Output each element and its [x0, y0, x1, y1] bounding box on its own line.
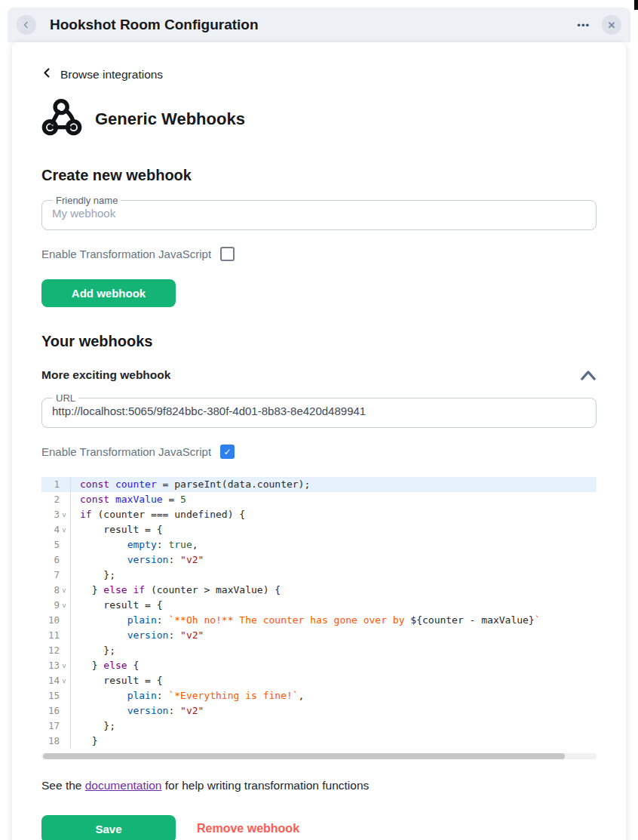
code-text: version: "v2" [71, 552, 204, 568]
fold-arrow-icon[interactable]: v [60, 583, 69, 598]
line-gutter[interactable]: 14v [41, 673, 71, 688]
code-text: } else { [71, 658, 139, 673]
editor-horizontal-scrollbar[interactable] [41, 753, 597, 759]
line-gutter[interactable]: 12 [41, 643, 71, 658]
help-prefix: See the [41, 779, 85, 792]
line-number: 8 [41, 583, 60, 598]
fold-arrow-icon[interactable]: v [60, 658, 69, 673]
code-line[interactable]: 11 version: "v2" [41, 628, 597, 643]
fold-arrow-icon[interactable]: v [60, 598, 69, 613]
code-text: result = { [71, 522, 163, 537]
line-number: 18 [41, 734, 60, 749]
line-gutter[interactable]: 8v [41, 583, 71, 598]
code-line[interactable]: 18 } [41, 734, 597, 749]
webhook-icon [41, 97, 82, 141]
close-icon: ✕ [608, 20, 616, 30]
ellipsis-icon: ••• [577, 20, 590, 31]
add-webhook-button[interactable]: Add webhook [41, 279, 176, 307]
code-line[interactable]: 8v } else if (counter > maxValue) { [41, 583, 597, 598]
code-text: }; [71, 568, 115, 583]
friendly-name-field: Friendly name [41, 195, 597, 230]
code-line[interactable]: 1const counter = parseInt(data.counter); [41, 477, 597, 492]
line-number: 7 [41, 568, 60, 583]
transform-label: Enable Transformation JavaScript [41, 445, 211, 458]
line-number: 2 [41, 492, 60, 507]
code-text: } [71, 734, 97, 749]
url-field: URL [41, 392, 597, 428]
remove-webhook-button[interactable]: Remove webhook [197, 822, 299, 835]
code-text: if (counter === undefined) { [71, 507, 245, 522]
line-gutter[interactable]: 3v [41, 507, 71, 522]
close-button[interactable]: ✕ [602, 15, 621, 35]
code-editor[interactable]: 1const counter = parseInt(data.counter);… [41, 477, 597, 749]
your-webhooks-heading: Your webhooks [41, 333, 597, 350]
code-line[interactable]: 16 version: "v2" [41, 703, 597, 718]
line-gutter[interactable]: 5 [41, 537, 71, 552]
line-gutter[interactable]: 17 [41, 718, 71, 734]
line-gutter[interactable]: 1 [41, 477, 71, 492]
line-gutter[interactable]: 6 [41, 552, 71, 568]
code-text: result = { [71, 598, 163, 613]
widget-card: Browse integrations Generic W [12, 42, 626, 840]
actions-row: Save Remove webhook [41, 805, 597, 840]
line-gutter[interactable]: 10 [41, 613, 71, 628]
line-gutter[interactable]: 9v [41, 598, 71, 613]
code-line[interactable]: 4v result = { [41, 522, 597, 537]
overflow-menu-button[interactable]: ••• [572, 17, 594, 34]
transform-checkbox[interactable] [220, 247, 235, 261]
code-line[interactable]: 6 version: "v2" [41, 552, 597, 568]
code-text: plain: `*Everything is fine!`, [71, 688, 304, 703]
line-gutter[interactable]: 11 [41, 628, 71, 643]
webhook-list-item[interactable]: More exciting webhook [41, 368, 597, 382]
code-line[interactable]: 14v result = { [41, 673, 597, 688]
url-input[interactable] [52, 404, 586, 420]
line-gutter[interactable]: 16 [41, 703, 71, 718]
line-number: 12 [41, 643, 60, 658]
fold-arrow-icon[interactable]: v [60, 507, 69, 522]
line-gutter[interactable]: 13v [41, 658, 71, 673]
line-gutter[interactable]: 18 [41, 734, 71, 749]
webhook-name: More exciting webhook [41, 368, 170, 382]
dialog-title: Hookshot Room Configuration [50, 17, 259, 33]
code-text: empty: true, [71, 537, 198, 552]
chevron-left-icon [41, 66, 53, 82]
code-line[interactable]: 3vif (counter === undefined) { [41, 507, 597, 522]
code-line[interactable]: 7 }; [41, 568, 597, 583]
line-number: 16 [41, 703, 60, 718]
code-text: result = { [71, 673, 163, 688]
friendly-name-input[interactable] [52, 206, 586, 222]
code-line[interactable]: 12 }; [41, 643, 597, 658]
code-line[interactable]: 10 plain: `**Oh no!** The counter has go… [41, 613, 597, 628]
hook-transform-row: Enable Transformation JavaScript ✓ [41, 445, 597, 459]
line-number: 5 [41, 537, 60, 552]
back-button[interactable] [17, 15, 36, 35]
code-line[interactable]: 15 plain: `*Everything is fine!`, [41, 688, 597, 703]
scrollbar-thumb[interactable] [43, 753, 565, 759]
code-line[interactable]: 17 }; [41, 718, 597, 734]
fold-arrow-icon[interactable]: v [60, 673, 69, 688]
line-number: 15 [41, 688, 60, 703]
code-line[interactable]: 5 empty: true, [41, 537, 597, 552]
integration-header: Generic Webhooks [41, 97, 597, 141]
fold-arrow-icon[interactable]: v [60, 522, 69, 537]
code-line[interactable]: 9v result = { [41, 598, 597, 613]
code-text: } else if (counter > maxValue) { [71, 583, 281, 598]
code-text: version: "v2" [71, 628, 204, 643]
help-suffix: for help writing transformation function… [161, 779, 369, 792]
save-button[interactable]: Save [41, 815, 176, 840]
line-gutter[interactable]: 4v [41, 522, 71, 537]
friendly-name-label: Friendly name [53, 195, 121, 206]
line-gutter[interactable]: 2 [41, 492, 71, 507]
line-number: 17 [41, 718, 60, 734]
transform-checkbox[interactable]: ✓ [220, 445, 235, 459]
code-line[interactable]: 13v } else { [41, 658, 597, 673]
code-text: }; [71, 643, 115, 658]
documentation-link[interactable]: documentation [85, 779, 162, 792]
chevron-up-icon[interactable] [580, 370, 597, 381]
line-number: 10 [41, 613, 60, 628]
line-gutter[interactable]: 15 [41, 688, 71, 703]
line-gutter[interactable]: 7 [41, 568, 71, 583]
create-transform-row: Enable Transformation JavaScript [41, 247, 597, 261]
browse-integrations-link[interactable]: Browse integrations [41, 66, 163, 82]
code-line[interactable]: 2const maxValue = 5 [41, 492, 597, 507]
